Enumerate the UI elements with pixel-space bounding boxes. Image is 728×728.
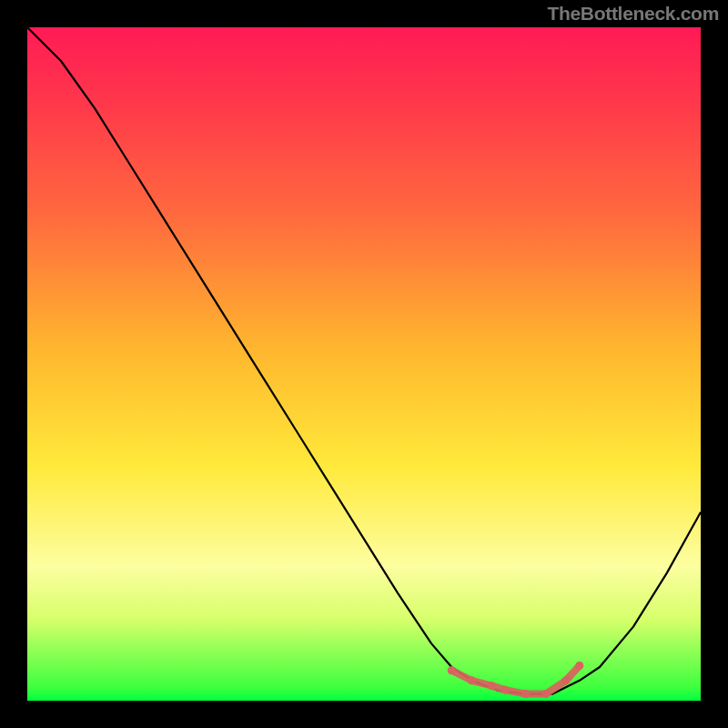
chart-frame: TheBottleneck.com [0, 0, 728, 728]
curve-layer [27, 27, 701, 701]
plot-area [27, 27, 701, 701]
marker-dot [521, 690, 530, 698]
bottleneck-curve [27, 27, 701, 694]
marker-dot [488, 682, 496, 690]
marker-dot [501, 686, 510, 694]
marker-dot [448, 666, 456, 674]
marker-dot [562, 676, 571, 684]
marker-dot [468, 676, 476, 684]
watermark-text: TheBottleneck.com [547, 3, 719, 25]
marker-dot [541, 690, 550, 698]
marker-dot [575, 662, 583, 670]
